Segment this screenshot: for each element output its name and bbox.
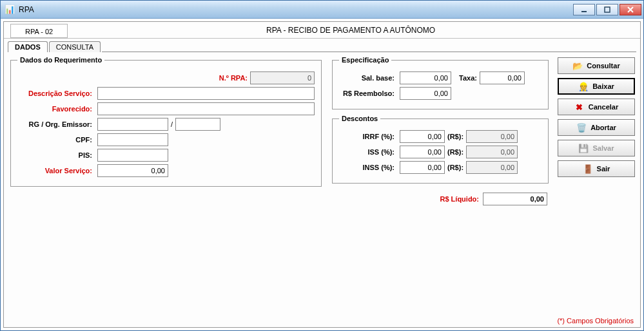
header-strip: RPA - 02 RPA - RECIBO DE PAGAMENTO A AUT…	[4, 22, 640, 39]
fieldset-descontos: Descontos IRRF (%): (R$): ISS (%): (R$):	[332, 115, 549, 184]
label-irrf: IRRF (%):	[339, 133, 397, 140]
input-irrf-pct[interactable]	[400, 130, 445, 143]
titlebar[interactable]: 📊 RPA	[1, 1, 643, 19]
consultar-button[interactable]: 📂 Consultar	[558, 57, 635, 74]
label-favorecido: Favorecido:	[17, 105, 95, 113]
label-rg-sep: /	[171, 120, 173, 128]
legend-descontos: Descontos	[339, 115, 380, 122]
tabs: DADOS CONSULTA	[4, 39, 640, 52]
minimize-icon	[581, 6, 587, 13]
page-title: RPA - RECIBO DE PAGAMENTO A AUTÔNOMO	[68, 26, 634, 35]
input-irrf-rs	[466, 130, 518, 143]
label-liquido: R$ Líquido:	[440, 195, 480, 203]
sair-button[interactable]: 🚪 Sair	[558, 160, 635, 177]
label-iss-rs: (R$):	[447, 148, 463, 156]
input-reembolso[interactable]	[400, 87, 451, 100]
maximize-button[interactable]	[596, 4, 618, 15]
maximize-icon	[604, 6, 610, 13]
label-descricao: Descrição Serviço:	[17, 90, 95, 97]
abort-icon: 🗑️	[576, 123, 587, 133]
legend-especificacao: Especificação	[339, 56, 391, 64]
label-taxa: Taxa:	[459, 74, 477, 82]
cancelar-label: Cancelar	[589, 103, 618, 111]
abortar-button[interactable]: 🗑️ Abortar	[558, 119, 635, 136]
input-liquido	[483, 193, 547, 205]
input-taxa[interactable]	[480, 71, 525, 84]
cancel-icon: ✖	[574, 102, 585, 112]
input-inss-rs	[466, 161, 518, 174]
form-content: Dados do Requerimento N.º RPA: Descrição…	[4, 52, 640, 327]
close-icon	[627, 6, 634, 13]
left-column: Dados do Requerimento N.º RPA: Descrição…	[9, 56, 323, 326]
input-inss-pct[interactable]	[400, 161, 445, 174]
label-pis: PIS:	[17, 151, 95, 159]
required-fields-note: (*) Campos Obrigatórios	[557, 317, 634, 325]
input-favorecido[interactable]	[97, 102, 315, 115]
label-inss-rs: (R$):	[447, 164, 463, 171]
legend-requerimento: Dados do Requerimento	[17, 56, 104, 64]
sair-label: Sair	[597, 165, 610, 173]
label-iss: ISS (%):	[339, 148, 397, 156]
baixar-label: Baixar	[592, 82, 614, 90]
app-window: 📊 RPA RPA - 02 RPA - RECIBO DE PAGAMENTO…	[0, 0, 644, 331]
input-nrpa	[250, 71, 315, 84]
label-cpf: CPF:	[17, 136, 95, 144]
app-icon: 📊	[5, 5, 15, 14]
window-title: RPA	[19, 5, 34, 14]
svg-rect-1	[605, 7, 610, 12]
baixar-button[interactable]: 👷 Baixar	[558, 78, 635, 95]
exit-icon: 🚪	[583, 164, 593, 174]
input-cpf[interactable]	[97, 133, 168, 146]
abortar-label: Abortar	[590, 124, 616, 131]
cancelar-button[interactable]: ✖ Cancelar	[558, 99, 635, 115]
download-icon: 👷	[578, 82, 589, 91]
client-area: RPA - 02 RPA - RECIBO DE PAGAMENTO A AUT…	[3, 21, 641, 328]
fieldset-requerimento: Dados do Requerimento N.º RPA: Descrição…	[10, 56, 322, 187]
tab-consulta[interactable]: CONSULTA	[49, 41, 101, 52]
save-icon: 💾	[578, 144, 589, 153]
input-salbase[interactable]	[400, 71, 451, 84]
input-iss-rs	[466, 146, 518, 158]
input-rg[interactable]	[97, 118, 168, 131]
right-column: Especificação Sal. base: Taxa: R$ Reembo…	[331, 56, 550, 326]
close-button[interactable]	[620, 4, 641, 15]
label-inss: INSS (%):	[339, 164, 397, 171]
label-salbase: Sal. base:	[339, 74, 397, 82]
input-pis[interactable]	[97, 149, 168, 162]
form-id-tab: RPA - 02	[10, 24, 68, 38]
liquido-row: R$ Líquido:	[331, 193, 547, 205]
input-valor[interactable]	[97, 164, 168, 177]
input-descricao[interactable]	[97, 87, 315, 100]
salvar-button: 💾 Salvar	[558, 140, 635, 156]
actions-panel: 📂 Consultar 👷 Baixar ✖ Cancelar 🗑️ Abort…	[558, 56, 635, 326]
consultar-label: Consultar	[587, 62, 620, 70]
fieldset-especificacao: Especificação Sal. base: Taxa: R$ Reembo…	[332, 56, 549, 109]
minimize-button[interactable]	[573, 4, 595, 15]
label-reembolso: R$ Reembolso:	[339, 90, 397, 97]
tab-dados[interactable]: DADOS	[8, 41, 48, 52]
label-rg: RG / Org. Emissor:	[17, 120, 95, 128]
input-iss-pct[interactable]	[400, 146, 445, 158]
input-emissor[interactable]	[175, 118, 220, 131]
salvar-label: Salvar	[592, 144, 614, 152]
label-irrf-rs: (R$):	[447, 133, 463, 140]
label-valor: Valor Serviço:	[17, 167, 95, 175]
folder-search-icon: 📂	[572, 61, 583, 71]
label-nrpa: N.º RPA:	[219, 74, 248, 82]
